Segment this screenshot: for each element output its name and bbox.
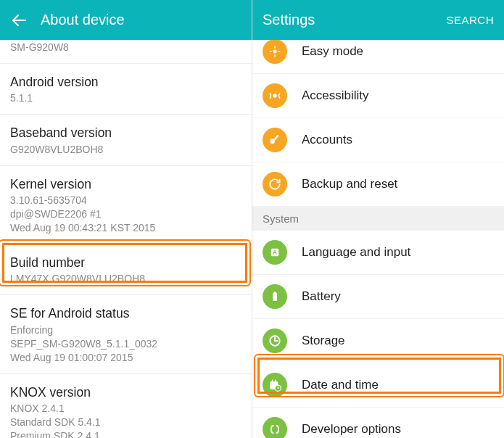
svg-rect-16 xyxy=(275,380,276,382)
info-sub: Enforcing SEPF_SM-G920W8_5.1.1_0032 Wed … xyxy=(10,323,241,365)
back-icon[interactable] xyxy=(10,12,28,29)
settings-header: Settings SEARCH xyxy=(252,0,504,40)
svg-rect-3 xyxy=(278,51,280,52)
setting-label: Battery xyxy=(302,289,341,304)
svg-rect-15 xyxy=(272,380,273,382)
svg-rect-11 xyxy=(273,293,277,301)
about-header: About device xyxy=(0,0,252,40)
info-knox-version[interactable]: KNOX version KNOX 2.4.1 Standard SDK 5.4… xyxy=(0,374,252,438)
svg-rect-4 xyxy=(274,46,276,49)
storage-icon xyxy=(263,328,287,353)
settings-title: Settings xyxy=(263,12,446,28)
info-sub: SM-G920W8 xyxy=(10,41,241,54)
row-language-input[interactable]: A Language and input xyxy=(252,231,504,275)
info-kernel-version[interactable]: Kernel version 3.10.61-5635704 dpi@SWDE2… xyxy=(0,166,252,244)
row-easy-mode[interactable]: Easy mode xyxy=(252,40,504,74)
settings-scroll[interactable]: Easy mode Accessibility Accounts Backup … xyxy=(252,40,504,438)
setting-label: Storage xyxy=(302,334,345,348)
info-baseband-version[interactable]: Baseband version G920W8VLU2BOH8 xyxy=(0,115,252,166)
svg-text:A: A xyxy=(273,249,277,256)
info-build-number[interactable]: Build number LMY47X.G920W8VLU2BOH8 xyxy=(0,244,252,296)
easy-mode-icon xyxy=(263,40,287,64)
about-scroll[interactable]: Model number SM-G920W8 Android version 5… xyxy=(0,40,252,438)
battery-icon xyxy=(263,284,287,309)
accounts-icon xyxy=(263,128,287,152)
svg-rect-5 xyxy=(274,54,276,57)
row-accounts[interactable]: Accounts xyxy=(252,118,504,162)
row-storage[interactable]: Storage xyxy=(252,319,504,363)
settings-panel: Settings SEARCH Easy mode Accessibility xyxy=(252,0,504,438)
setting-label: Backup and reset xyxy=(302,177,397,191)
svg-rect-2 xyxy=(270,51,272,52)
svg-point-1 xyxy=(273,50,277,54)
info-title: Baseband version xyxy=(10,125,241,142)
about-device-panel: About device Model number SM-G920W8 Andr… xyxy=(0,0,252,438)
row-accessibility[interactable]: Accessibility xyxy=(252,74,504,118)
backup-icon xyxy=(263,172,287,197)
setting-label: Accessibility xyxy=(302,88,369,103)
info-se-android-status[interactable]: SE for Android status Enforcing SEPF_SM-… xyxy=(0,295,252,373)
developer-icon xyxy=(263,417,287,438)
about-title: About device xyxy=(41,12,241,28)
language-icon: A xyxy=(263,240,287,265)
search-button[interactable]: SEARCH xyxy=(446,14,494,26)
info-title: Android version xyxy=(10,74,241,91)
setting-label: Developer options xyxy=(302,422,401,437)
row-battery[interactable]: Battery xyxy=(252,275,504,319)
info-sub: KNOX 2.4.1 Standard SDK 5.4.1 Premium SD… xyxy=(10,402,241,438)
info-title: Kernel version xyxy=(10,176,241,194)
setting-label: Date and time xyxy=(302,378,379,392)
section-system: System xyxy=(252,207,504,231)
info-title: SE for Android status xyxy=(10,305,241,323)
info-title: KNOX version xyxy=(10,384,241,402)
info-sub: 5.1.1 xyxy=(10,91,241,105)
svg-rect-8 xyxy=(273,135,278,141)
info-android-version[interactable]: Android version 5.1.1 xyxy=(0,64,252,115)
accessibility-icon xyxy=(263,83,287,108)
row-date-time[interactable]: Date and time xyxy=(252,363,504,408)
setting-label: Language and input xyxy=(302,245,410,260)
info-model-number[interactable]: Model number SM-G920W8 xyxy=(0,40,252,64)
svg-point-7 xyxy=(270,139,275,144)
date-time-icon xyxy=(263,373,287,397)
info-sub: G920W8VLU2BOH8 xyxy=(10,143,241,157)
row-developer-options[interactable]: Developer options xyxy=(252,408,504,438)
svg-point-6 xyxy=(273,94,276,97)
svg-rect-12 xyxy=(274,292,276,293)
info-title: Build number xyxy=(10,255,241,272)
info-sub: 3.10.61-5635704 dpi@SWDE2206 #1 Wed Aug … xyxy=(10,194,241,235)
info-sub: LMY47X.G920W8VLU2BOH8 xyxy=(10,272,241,286)
row-backup-reset[interactable]: Backup and reset xyxy=(252,162,504,207)
setting-label: Easy mode xyxy=(302,44,363,59)
setting-label: Accounts xyxy=(302,133,352,147)
